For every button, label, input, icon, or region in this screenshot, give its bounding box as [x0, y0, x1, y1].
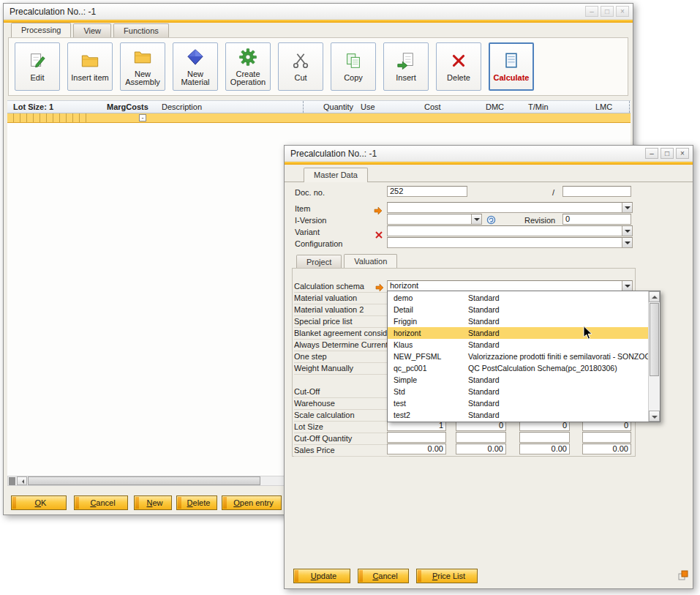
tab-valuation[interactable]: Valuation	[344, 254, 397, 269]
toolbar-button-cut[interactable]: Cut	[278, 42, 323, 91]
cut-off-quantity-field-3[interactable]	[519, 432, 570, 443]
toolbar-label: Edit	[31, 74, 45, 82]
variant-label: Variant	[295, 228, 320, 236]
dropdown-item[interactable]: demoStandard	[388, 292, 648, 304]
folder-icon	[80, 51, 99, 72]
row-cell-ticks	[7, 113, 88, 122]
delete-button[interactable]: Delete	[176, 495, 217, 510]
doc-no-slash: /	[552, 188, 554, 197]
revision-label: Revision	[524, 216, 555, 225]
scroll-left-button[interactable]	[17, 476, 27, 485]
valuation-row-label: Material valuation 2	[294, 304, 389, 316]
toolbar-button-insert[interactable]: Insert	[383, 42, 429, 91]
sales-price-field-1[interactable]: 0.00	[387, 444, 446, 454]
toolbar-label: Insert	[396, 74, 416, 82]
column-header-cost: Cost	[424, 102, 441, 111]
chevron-down-icon[interactable]	[622, 238, 632, 247]
calculation-schema-combo[interactable]: horizont	[387, 280, 633, 291]
sales-price-field-4[interactable]: 0.00	[582, 444, 631, 454]
dropdown-item[interactable]: SimpleStandard	[388, 374, 648, 386]
doc-no-field[interactable]: 252	[387, 186, 467, 197]
toolbar-button-new-material[interactable]: New Material	[173, 42, 218, 91]
scrollbar-thumb[interactable]	[28, 476, 260, 485]
link-arrow-icon[interactable]	[374, 205, 383, 218]
new-button[interactable]: New	[134, 495, 172, 510]
tab-project[interactable]: Project	[296, 255, 342, 269]
chevron-down-icon[interactable]	[622, 203, 632, 212]
cut-off-quantity-field-1[interactable]	[387, 432, 446, 443]
dropdown-item[interactable]: StdStandard	[388, 386, 648, 397]
update-button[interactable]: Update	[293, 569, 350, 583]
revision-field[interactable]: 0	[562, 214, 631, 225]
splitter-handle[interactable]	[9, 477, 15, 485]
close-button[interactable]: ×	[616, 6, 629, 17]
dropdown-item[interactable]: testStandard	[388, 397, 648, 409]
window-controls: – □ ×	[645, 148, 689, 159]
configuration-label: Configuration	[295, 239, 342, 248]
cut-off-quantity-field-2[interactable]	[456, 432, 506, 443]
i-version-combo[interactable]	[387, 214, 482, 225]
scroll-down-button[interactable]	[649, 411, 660, 422]
dropdown-item-selected[interactable]: horizontStandard	[388, 327, 648, 339]
doc-no-secondary-field[interactable]	[562, 186, 631, 197]
configuration-combo[interactable]	[387, 237, 633, 248]
vertical-scrollbar[interactable]	[648, 291, 660, 422]
selected-grid-row[interactable]: -	[7, 113, 631, 123]
tab-view[interactable]: View	[73, 23, 111, 37]
toolbar-button-edit[interactable]: Edit	[15, 42, 60, 91]
toolbar-button-new-assembly[interactable]: New Assembly	[120, 42, 165, 91]
gear-icon	[238, 48, 257, 68]
tab-processing[interactable]: Processing	[11, 23, 71, 37]
cancel-button[interactable]: Cancel	[358, 569, 409, 583]
toolbar-button-copy[interactable]: Copy	[331, 42, 376, 91]
material-gem-icon	[186, 48, 205, 68]
open-entry-button[interactable]: Open entry	[222, 495, 282, 510]
minimize-button[interactable]: –	[585, 6, 598, 17]
column-header-margcosts: MargCosts	[107, 102, 148, 111]
price-list-button[interactable]: Price List	[416, 569, 478, 583]
scroll-up-button[interactable]	[649, 291, 660, 302]
toolbar-button-create-operation[interactable]: Create Operation	[225, 42, 271, 91]
maximize-button[interactable]: □	[601, 6, 614, 17]
tab-master-data[interactable]: Master Data	[304, 168, 368, 182]
chevron-down-icon[interactable]	[471, 214, 481, 224]
window-title: Precalculation No..: -1	[288, 149, 377, 159]
maximize-button[interactable]: □	[661, 148, 674, 159]
desktop: Precalculation No..: -1 – □ × Processing…	[0, 0, 700, 595]
dropdown-item[interactable]: FrigginStandard	[388, 315, 648, 327]
edit-icon	[28, 51, 47, 72]
valuation-row-label: Scale calculation	[294, 410, 389, 422]
sales-price-field-3[interactable]: 0.00	[519, 444, 570, 454]
toolbar-label: Copy	[344, 74, 363, 82]
sales-price-field-2[interactable]: 0.00	[456, 444, 506, 454]
scrollbar-thumb[interactable]	[650, 303, 659, 376]
variant-combo[interactable]	[387, 225, 633, 236]
close-button[interactable]: ×	[676, 148, 689, 159]
cut-off-quantity-field-4[interactable]	[582, 432, 631, 443]
dropdown-item[interactable]: test2Standard	[388, 409, 648, 421]
chevron-down-icon[interactable]	[622, 281, 632, 291]
titlebar[interactable]: Precalculation No..: -1 – □ ×	[285, 146, 693, 162]
toolbar-label: Cut	[294, 74, 306, 82]
i-version-label: I-Version	[295, 216, 326, 225]
dropdown-item[interactable]: KlausStandard	[388, 339, 648, 351]
dropdown-item[interactable]: qc_pc001QC PostCalculation Schema(pc_201…	[388, 362, 648, 374]
tab-functions[interactable]: Functions	[113, 23, 169, 37]
chevron-down-icon[interactable]	[622, 226, 632, 236]
minimize-button[interactable]: –	[645, 148, 658, 159]
dropdown-item[interactable]: DetailStandard	[388, 304, 648, 315]
link-arrow-icon[interactable]	[375, 282, 384, 295]
titlebar[interactable]: Precalculation No..: -1 – □ ×	[4, 4, 633, 20]
toolbar-button-delete[interactable]: Delete	[436, 42, 481, 91]
item-combo[interactable]	[387, 202, 633, 213]
ok-button[interactable]: OK	[11, 495, 67, 510]
cancel-button[interactable]: Cancel	[74, 495, 128, 510]
dropdown-item[interactable]: NEW_PFSMLValorizzazione prodotti finiti …	[388, 351, 648, 362]
column-header-lmc: LMC	[595, 102, 612, 111]
tree-collapse-button[interactable]: -	[139, 114, 146, 121]
valuation-row-label: One step	[294, 351, 389, 363]
column-header-dmc: DMC	[486, 102, 504, 111]
toolbar-button-insert-item[interactable]: Insert item	[67, 42, 113, 91]
form-settings-grip-icon[interactable]	[678, 570, 688, 583]
toolbar-button-calculate[interactable]: Calculate	[489, 42, 534, 91]
